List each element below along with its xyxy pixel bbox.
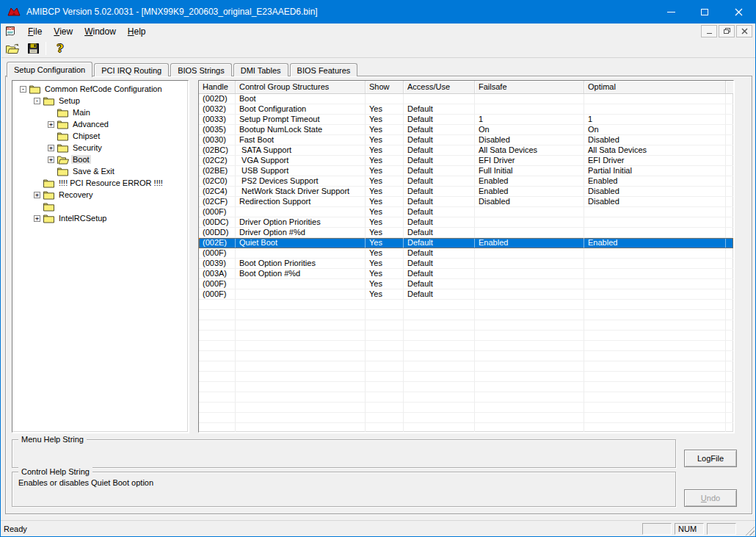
table-row[interactable]: (002E)Quiet BootYesDefaultEnabledEnabled xyxy=(199,238,733,248)
table-cell xyxy=(199,310,236,320)
table-row[interactable]: (0030)Fast BootYesDefaultDisabledDisable… xyxy=(199,135,733,145)
tree-item-common-refcode-configuration[interactable]: -Common RefCode Configuration xyxy=(12,83,188,95)
table-cell: PS2 Devices Support xyxy=(236,176,366,187)
column-header-control-group-structures[interactable]: Control Group Structures xyxy=(236,81,366,93)
table-cell xyxy=(584,279,726,289)
tree-item-label: IntelRCSetup xyxy=(57,214,108,223)
tree-item-label: Chipset xyxy=(71,131,101,140)
table-cell xyxy=(584,382,726,392)
tree-item-recovery[interactable]: +Recovery xyxy=(12,189,188,201)
column-header-access-use[interactable]: Access/Use xyxy=(404,81,475,93)
table-cell xyxy=(199,331,236,341)
mdi-minimize-button[interactable] xyxy=(701,25,717,37)
tree-item-boot[interactable]: +Boot xyxy=(12,154,188,165)
tab-setup-configuration[interactable]: Setup Configuration xyxy=(7,62,92,77)
table-cell: Yes xyxy=(366,166,404,176)
close-button[interactable] xyxy=(722,0,755,24)
table-cell: Boot Option Priorities xyxy=(236,259,366,269)
table-row[interactable]: (02C2) VGA SupportYesDefaultEFI DriverEF… xyxy=(199,156,733,166)
table-cell: Setup Prompt Timeout xyxy=(236,115,366,125)
expand-plus-icon[interactable]: + xyxy=(34,215,40,222)
mdi-close-button[interactable] xyxy=(736,25,752,37)
table-row[interactable]: (003A)Boot Option #%dYesDefault xyxy=(199,269,733,279)
mdi-restore-button[interactable] xyxy=(719,25,735,37)
table-row[interactable]: (000F)YesDefault xyxy=(199,279,733,289)
table-cell-blank xyxy=(726,104,733,115)
menu-view[interactable]: View xyxy=(48,25,79,38)
menu-help[interactable]: Help xyxy=(122,25,152,38)
save-file-button[interactable] xyxy=(23,40,43,57)
tree-item-save-exit[interactable]: Save & Exit xyxy=(12,165,188,177)
table-row[interactable]: (00DD)Driver Option #%dYesDefault xyxy=(199,228,733,238)
table-row[interactable]: (02BE) USB SupportYesDefaultFull Initial… xyxy=(199,166,733,176)
table-cell-blank xyxy=(726,145,733,156)
open-file-button[interactable] xyxy=(3,40,22,57)
column-header-show[interactable]: Show xyxy=(366,81,404,93)
menu-window[interactable]: Window xyxy=(79,25,122,38)
expand-plus-icon[interactable]: + xyxy=(48,121,54,128)
collapse-minus-icon[interactable]: - xyxy=(34,98,40,104)
column-header-handle[interactable]: Handle xyxy=(199,81,236,93)
tree-item-chipset[interactable]: Chipset xyxy=(12,130,188,142)
resize-grip[interactable] xyxy=(745,526,755,536)
tree-item-main[interactable]: Main xyxy=(12,107,188,118)
expand-plus-icon[interactable]: + xyxy=(48,145,54,151)
table-cell: 1 xyxy=(584,115,726,125)
table-cell-blank xyxy=(726,392,733,403)
table-row[interactable]: (0032)Boot ConfigurationYesDefault xyxy=(199,104,733,115)
table-cell: (02C4) xyxy=(199,187,236,197)
table-row[interactable]: (02C4) NetWork Stack Driver SupportYesDe… xyxy=(199,187,733,197)
undo-button[interactable]: Undo xyxy=(684,489,737,507)
maximize-button[interactable] xyxy=(688,0,722,24)
tab-bios-strings[interactable]: BIOS Strings xyxy=(170,63,232,76)
tree-item[interactable] xyxy=(12,201,188,212)
toolbar: ? xyxy=(1,39,756,58)
folder-open-icon xyxy=(57,155,69,165)
table-cell-blank xyxy=(726,382,733,392)
collapse-minus-icon[interactable]: - xyxy=(20,86,26,93)
table-cell xyxy=(366,372,404,382)
column-header-optimal[interactable]: Optimal xyxy=(584,81,726,93)
table-cell: Default xyxy=(404,187,475,197)
table-row[interactable]: (00DC)Driver Option PrioritiesYesDefault xyxy=(199,217,733,228)
table-cell xyxy=(475,310,584,320)
table-cell: Default xyxy=(404,104,475,115)
table-cell xyxy=(236,300,366,310)
minimize-button[interactable] xyxy=(654,0,688,24)
table-cell xyxy=(475,361,584,372)
table-row[interactable]: (02CF)Redirection SupportYesDefaultDisab… xyxy=(199,197,733,207)
table-row[interactable]: (0033)Setup Prompt TimeoutYesDefault11 xyxy=(199,115,733,125)
table-row[interactable]: (0039)Boot Option PrioritiesYesDefault xyxy=(199,259,733,269)
expand-plus-icon[interactable]: + xyxy=(34,192,40,198)
close-icon xyxy=(735,8,743,16)
tree-item-setup[interactable]: -Setup xyxy=(12,95,188,107)
menu-bar: ROM FileViewWindowHelp xyxy=(1,24,756,39)
table-row[interactable]: (000F)YesDefault xyxy=(199,289,733,300)
table-cell xyxy=(475,217,584,228)
table-row[interactable]: (0035)Bootup NumLock StateYesDefaultOnOn xyxy=(199,125,733,135)
tree-item--pci-resource-error-[interactable]: !!!! PCI Resource ERROR !!!! xyxy=(12,177,188,189)
table-row[interactable]: (000F)YesDefault xyxy=(199,248,733,259)
tree-item-intelrcsetup[interactable]: +IntelRCSetup xyxy=(12,212,188,224)
help-button[interactable]: ? xyxy=(51,40,70,57)
logfile-button[interactable]: LogFile xyxy=(684,450,737,467)
table-row[interactable]: (02BC) SATA SupportYesDefaultAll Sata De… xyxy=(199,145,733,156)
tab-pci-irq-routing[interactable]: PCI IRQ Routing xyxy=(94,63,169,76)
column-header-failsafe[interactable]: Failsafe xyxy=(475,81,584,93)
mdi-window-controls xyxy=(701,25,752,37)
tree-item-advanced[interactable]: +Advanced xyxy=(12,118,188,130)
folder-closed-icon xyxy=(57,131,69,141)
tree-item-security[interactable]: +Security xyxy=(12,142,188,154)
table-row[interactable]: (002D)Boot xyxy=(199,94,733,104)
tab-dmi-tables[interactable]: DMI Tables xyxy=(233,63,288,76)
table-row[interactable]: (000F)YesDefault xyxy=(199,207,733,217)
menu-file[interactable]: File xyxy=(22,25,48,38)
table-row-empty xyxy=(199,320,733,331)
table-row-empty xyxy=(199,372,733,382)
table-cell xyxy=(366,331,404,341)
expand-plus-icon[interactable]: + xyxy=(48,156,54,163)
table-cell: Default xyxy=(404,135,475,145)
table-cell: NetWork Stack Driver Support xyxy=(236,187,366,197)
tab-bios-features[interactable]: BIOS Features xyxy=(290,63,358,76)
table-row[interactable]: (02C0) PS2 Devices SupportYesDefaultEnab… xyxy=(199,176,733,187)
